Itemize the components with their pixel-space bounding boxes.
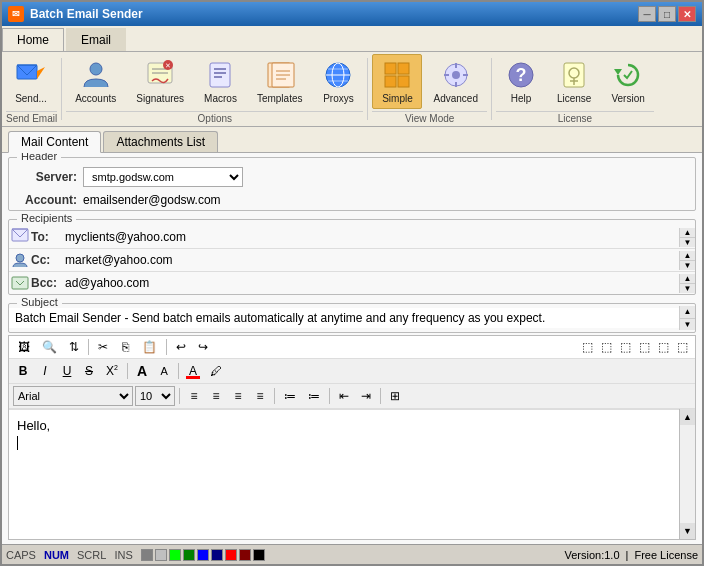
help-button[interactable]: ? Help — [496, 54, 546, 109]
indent-dec-button[interactable]: ⇤ — [334, 387, 354, 405]
svg-point-42 — [16, 254, 24, 262]
cc-scroll-down[interactable]: ▼ — [680, 261, 695, 270]
signatures-button[interactable]: ✕ Signatures — [127, 54, 193, 109]
subject-scroll-down[interactable]: ▼ — [680, 319, 695, 331]
editor-scrollbar[interactable]: ▲ ▼ — [679, 409, 695, 539]
server-label: Server: — [17, 170, 77, 184]
tb-cut-button[interactable]: ✂ — [93, 338, 113, 356]
subject-scroll-up[interactable]: ▲ — [680, 306, 695, 319]
maximize-button[interactable]: □ — [658, 6, 676, 22]
to-scroll-up[interactable]: ▲ — [680, 228, 695, 238]
svg-rect-23 — [385, 63, 396, 74]
ribbon-group-license: ? Help — [496, 54, 654, 124]
color-sq-6[interactable] — [211, 549, 223, 561]
subject-input[interactable]: Batch Email Sender - Send batch emails a… — [9, 308, 679, 328]
tab-mail-content[interactable]: Mail Content — [8, 131, 101, 153]
status-right: Version:1.0 | Free License — [565, 549, 699, 561]
highlight-button[interactable]: 🖊 — [205, 362, 227, 380]
bcc-scroll-down[interactable]: ▼ — [680, 284, 695, 293]
tb-r5[interactable]: ⬚ — [655, 338, 672, 356]
simple-icon — [381, 59, 413, 91]
cc-scroll-up[interactable]: ▲ — [680, 251, 695, 261]
color-sq-3[interactable] — [169, 549, 181, 561]
ul-button[interactable]: ≔ — [279, 387, 301, 405]
to-label: To: — [31, 230, 61, 244]
templates-label: Templates — [257, 93, 303, 104]
editor-body[interactable]: Hello, — [9, 409, 679, 539]
ol-button[interactable]: ≔ — [303, 387, 325, 405]
tb-undo-button[interactable]: ↩ — [171, 338, 191, 356]
tb-search-button[interactable]: 🔍 — [37, 338, 62, 356]
bold-button[interactable]: B — [13, 362, 33, 380]
color-sq-7[interactable] — [225, 549, 237, 561]
tab-email[interactable]: Email — [66, 28, 126, 51]
color-sq-4[interactable] — [183, 549, 195, 561]
proxys-button[interactable]: Proxys — [313, 54, 363, 109]
strikethrough-button[interactable]: S — [79, 362, 99, 380]
underline-button[interactable]: U — [57, 362, 77, 380]
tb-r3[interactable]: ⬚ — [617, 338, 634, 356]
status-sep: | — [626, 549, 629, 561]
license-button[interactable]: License — [548, 54, 600, 109]
templates-button[interactable]: Templates — [248, 54, 312, 109]
align-sep — [179, 388, 180, 404]
align-left-button[interactable]: ≡ — [184, 387, 204, 405]
tb-right-buttons: ⬚ ⬚ ⬚ ⬚ ⬚ ⬚ — [579, 338, 691, 356]
help-label: Help — [511, 93, 532, 104]
italic-button[interactable]: I — [35, 362, 55, 380]
font-select[interactable]: ArialTimes New RomanCourier NewVerdana — [13, 386, 133, 406]
align-center-button[interactable]: ≡ — [206, 387, 226, 405]
version-button[interactable]: Version — [602, 54, 653, 109]
tab-attachments[interactable]: Attachments List — [103, 131, 218, 152]
bcc-scroll-up[interactable]: ▲ — [680, 274, 695, 284]
bcc-label: Bcc: — [31, 276, 61, 290]
format-left: B I U S X2 A A A 🖊 — [13, 361, 227, 381]
tb-sort-button[interactable]: ⇅ — [64, 338, 84, 356]
minimize-button[interactable]: ─ — [638, 6, 656, 22]
simple-button[interactable]: Simple — [372, 54, 422, 109]
color-sq-5[interactable] — [197, 549, 209, 561]
tb-copy-button[interactable]: ⎘ — [115, 338, 135, 356]
tb-paste-button[interactable]: 📋 — [137, 338, 162, 356]
size-select[interactable]: 891011121416182436 — [135, 386, 175, 406]
tb-r4[interactable]: ⬚ — [636, 338, 653, 356]
tab-home[interactable]: Home — [2, 28, 64, 51]
app-icon: ✉ — [8, 6, 24, 22]
editor-content-hello: Hello, — [17, 418, 671, 433]
align-right-button[interactable]: ≡ — [228, 387, 248, 405]
tb-image-button[interactable]: 🖼 — [13, 338, 35, 356]
tb-r6[interactable]: ⬚ — [674, 338, 691, 356]
color-sq-2[interactable] — [155, 549, 167, 561]
svg-rect-43 — [12, 277, 28, 289]
color-sq-9[interactable] — [253, 549, 265, 561]
tb-redo-button[interactable]: ↪ — [193, 338, 213, 356]
tb-r1[interactable]: ⬚ — [579, 338, 596, 356]
font-size-dec-button[interactable]: A — [154, 363, 174, 379]
editor-scroll-up[interactable]: ▲ — [680, 409, 695, 425]
table-button[interactable]: ⊞ — [385, 387, 405, 405]
to-scroll-down[interactable]: ▼ — [680, 238, 695, 247]
bcc-icon — [9, 272, 31, 294]
tb-r2[interactable]: ⬚ — [598, 338, 615, 356]
close-button[interactable]: ✕ — [678, 6, 696, 22]
scrl-indicator: SCRL — [77, 549, 106, 561]
tb-sep1 — [88, 339, 89, 355]
font-size-inc-button[interactable]: A — [132, 361, 152, 381]
send-button[interactable]: Send... — [6, 54, 56, 109]
font-color-button[interactable]: A — [183, 362, 203, 380]
superscript-button[interactable]: X2 — [101, 362, 123, 380]
ribbon-group-view: Simple A — [372, 54, 486, 124]
color-sq-8[interactable] — [239, 549, 251, 561]
svg-rect-31 — [444, 74, 449, 76]
advanced-button[interactable]: Advanced — [424, 54, 486, 109]
accounts-button[interactable]: Accounts — [66, 54, 125, 109]
color-sq-1[interactable] — [141, 549, 153, 561]
server-select[interactable]: smtp.godsw.comsmtp.gmail.comsmtp.yahoo.c… — [83, 167, 243, 187]
macros-icon — [204, 59, 236, 91]
align-justify-button[interactable]: ≡ — [250, 387, 270, 405]
macros-button[interactable]: Macros — [195, 54, 246, 109]
svg-point-28 — [452, 71, 460, 79]
help-icon: ? — [505, 59, 537, 91]
editor-scroll-down[interactable]: ▼ — [680, 523, 695, 539]
indent-inc-button[interactable]: ⇥ — [356, 387, 376, 405]
